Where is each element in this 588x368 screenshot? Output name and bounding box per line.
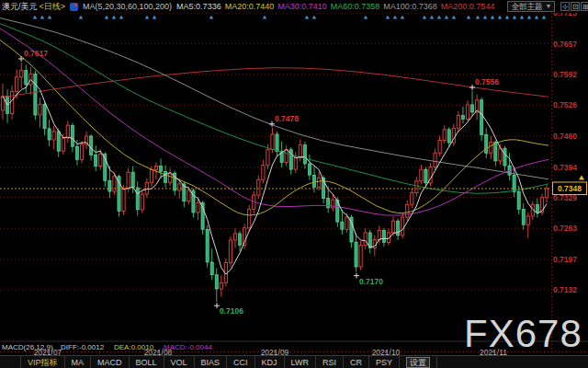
panel-right-icon[interactable]: ⊞ bbox=[581, 2, 588, 11]
toolbar-item-设置[interactable]: 设置 bbox=[400, 356, 437, 368]
ma-line-MA200 bbox=[0, 68, 548, 98]
toolbar-item-PSY[interactable]: PSY bbox=[369, 356, 400, 368]
indicator-toolbar: VIP指标MAMACDBOLLVOLBIASCCIKDJLWRRSICRPSY设… bbox=[0, 355, 588, 368]
ma-values: MA5:0.7336MA20:0.7440MA30:0.7410MA60:0.7… bbox=[176, 0, 498, 13]
svg-text:0.7170: 0.7170 bbox=[359, 277, 383, 286]
svg-text:0.7723: 0.7723 bbox=[553, 13, 577, 17]
toolbar-lead-cell bbox=[0, 356, 21, 368]
svg-text:0.7460: 0.7460 bbox=[553, 132, 577, 141]
toolbar-item-KDJ[interactable]: KDJ bbox=[255, 356, 285, 368]
period-label[interactable]: <日线> bbox=[40, 0, 66, 13]
panel-left-icon[interactable]: ⊡ bbox=[571, 2, 580, 11]
chevron-down-icon: ▼ bbox=[545, 2, 551, 11]
fx678-watermark: FX678 bbox=[464, 312, 582, 355]
ma-value-4: MA100:0.7368 bbox=[383, 0, 437, 13]
toolbar-item-MACD[interactable]: MACD bbox=[91, 356, 130, 368]
svg-text:0.7263: 0.7263 bbox=[553, 224, 577, 233]
event-markers bbox=[33, 16, 546, 19]
price-chart-canvas[interactable]: 0.77230.76570.75920.75260.74600.73940.73… bbox=[0, 13, 588, 355]
candles-layer bbox=[1, 63, 548, 302]
ma-group-label: MA(5,20,30,60,100,200) bbox=[83, 0, 172, 13]
svg-text:0.7556: 0.7556 bbox=[475, 77, 499, 86]
ma-value-3: MA60:0.7358 bbox=[331, 0, 380, 13]
toolbar-item-CCI[interactable]: CCI bbox=[227, 356, 255, 368]
svg-text:0.7394: 0.7394 bbox=[553, 163, 577, 172]
svg-text:2021/10: 2021/10 bbox=[372, 348, 401, 356]
svg-text:0.7132: 0.7132 bbox=[553, 285, 577, 294]
toolbar-item-RSI[interactable]: RSI bbox=[316, 356, 344, 368]
ma-value-2: MA30:0.7410 bbox=[277, 0, 327, 13]
chart-area[interactable]: 0.77230.76570.75920.75260.74600.73940.73… bbox=[0, 13, 588, 355]
svg-text:0.7592: 0.7592 bbox=[553, 70, 577, 79]
theme-selector[interactable]: 全部主题 ▼ bbox=[507, 1, 555, 12]
layout-grid-icon[interactable]: ⊹ bbox=[560, 2, 570, 11]
toolbar-item-MA[interactable]: MA bbox=[65, 356, 92, 368]
svg-text:0.7657: 0.7657 bbox=[553, 40, 577, 49]
svg-text:2021/08: 2021/08 bbox=[144, 348, 173, 356]
current-price-label: 0.7348 bbox=[558, 184, 582, 193]
toolbar-item-BIAS[interactable]: BIAS bbox=[195, 356, 228, 368]
toolbar-item-BOLL[interactable]: BOLL bbox=[130, 356, 164, 368]
svg-text:0.7478: 0.7478 bbox=[275, 114, 299, 123]
ma-value-1: MA20:0.7440 bbox=[225, 0, 275, 13]
symbol-label: 澳元/美元 bbox=[2, 0, 38, 13]
toolbar-item-LWR[interactable]: LWR bbox=[285, 356, 316, 368]
window-layout-buttons: ⊹⊡⊞⊟ bbox=[560, 2, 588, 11]
svg-text:2021/09: 2021/09 bbox=[261, 348, 289, 356]
ma-line-MA5 bbox=[3, 79, 547, 274]
svg-text:DIFF:-0.0012: DIFF:-0.0012 bbox=[61, 343, 105, 351]
ma-value-5: MA200:0.7544 bbox=[441, 0, 495, 13]
toolbar-item-VIP指标[interactable]: VIP指标 bbox=[21, 356, 65, 368]
instrument-icon bbox=[70, 3, 78, 11]
toolbar-items: VIP指标MAMACDBOLLVOLBIASCCIKDJLWRRSICRPSY设… bbox=[21, 356, 437, 368]
theme-selector-label: 全部主题 bbox=[511, 2, 542, 11]
toolbar-item-VOL[interactable]: VOL bbox=[164, 356, 195, 368]
svg-text:0.7197: 0.7197 bbox=[553, 255, 577, 264]
svg-text:0.7617: 0.7617 bbox=[24, 49, 48, 58]
top-bar: 澳元/美元 <日线> MA(5,20,30,60,100,200) MA5:0.… bbox=[0, 0, 588, 13]
toolbar-item-CR[interactable]: CR bbox=[344, 356, 369, 368]
svg-text:0.7526: 0.7526 bbox=[553, 100, 577, 109]
grid-layer: 0.77230.76570.75920.75260.74600.73940.73… bbox=[0, 13, 577, 352]
svg-text:0.7106: 0.7106 bbox=[220, 306, 243, 316]
ma-value-0: MA5:0.7336 bbox=[176, 0, 221, 13]
svg-text:2021/07: 2021/07 bbox=[34, 348, 62, 356]
